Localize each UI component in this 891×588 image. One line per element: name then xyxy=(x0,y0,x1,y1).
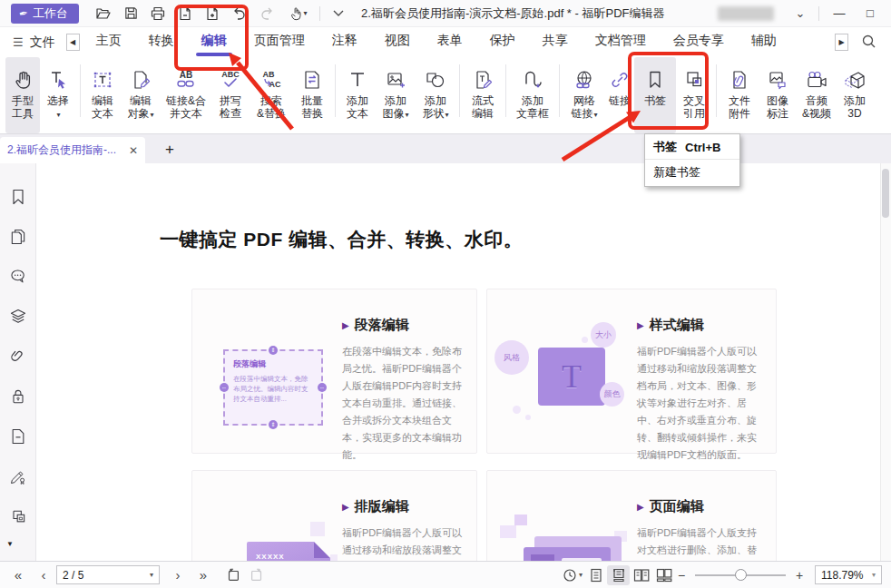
card-description: 福昕PDF编辑器个人版支持对文档进行删除、添加、替换、 xyxy=(637,524,764,561)
page-number-box[interactable]: 2 / 5 ▾ xyxy=(56,565,160,584)
workspace-button[interactable]: ✒ 工作台 xyxy=(11,4,79,24)
add-text-button[interactable]: 添加 文本 xyxy=(339,57,376,133)
bookmarks-panel-button[interactable] xyxy=(7,187,29,207)
document-tab-bar: 2.福昕会员使用指南-... ✕ + xyxy=(0,134,891,163)
layers-panel-button[interactable] xyxy=(7,307,29,327)
image-annotation-icon xyxy=(767,65,788,94)
svg-text:ABC: ABC xyxy=(221,70,240,79)
divider xyxy=(459,64,460,117)
zoom-out-button[interactable]: − xyxy=(675,568,688,583)
tab-share[interactable]: 共享 xyxy=(543,29,568,56)
file-attachment-button[interactable]: 文件 附件 xyxy=(720,57,759,133)
paragraph-edit-illustration: 段落编辑 在段落中编辑文本，免除布局之忧。编辑内容时支持文本自动重排... ⇕ … xyxy=(203,322,339,431)
tab-convert[interactable]: 转换 xyxy=(149,29,174,56)
single-page-view-button[interactable] xyxy=(584,565,607,585)
security-panel-button[interactable] xyxy=(7,387,29,407)
next-view-button[interactable] xyxy=(245,566,269,584)
reading-time-button[interactable]: ▾ xyxy=(561,566,584,584)
workspace-button-label: 工作台 xyxy=(33,5,68,22)
add-article-box-button[interactable]: 添加 文章框 xyxy=(510,57,555,133)
hand-tool-button[interactable]: 手型 工具 xyxy=(5,57,40,133)
vertical-scrollbar[interactable] xyxy=(880,163,891,561)
open-file-button[interactable] xyxy=(90,4,117,24)
audio-video-button[interactable]: 音频 &视频 xyxy=(797,57,837,133)
search-replace-button[interactable]: ABAC 搜索 &替换 xyxy=(250,57,293,133)
batch-replace-button[interactable]: 批量 替换 xyxy=(293,57,331,133)
signatures-panel-button[interactable] xyxy=(7,466,29,486)
tab-form[interactable]: 表单 xyxy=(437,29,463,56)
add-image-button[interactable]: 添加 图像▾ xyxy=(376,57,416,133)
pdf-page[interactable]: 一键搞定 PDF 编辑、合并、转换、水印。 段落编辑 在段落中编辑文本，免除布局… xyxy=(37,163,880,561)
zoom-slider[interactable] xyxy=(695,574,786,576)
edit-text-icon xyxy=(92,65,113,94)
dropdown-caret: ▾ xyxy=(405,111,408,119)
add-3d-button[interactable]: 添加 3D xyxy=(837,57,873,133)
facing-continuous-view-button[interactable] xyxy=(652,565,675,585)
bullet-triangle-icon: ▶ xyxy=(342,320,349,330)
status-bar: « ‹ 2 / 5 ▾ › » ▾ xyxy=(0,561,891,588)
file-menu[interactable]: ☰ 文件 xyxy=(13,34,55,51)
first-page-button[interactable]: « xyxy=(5,567,31,583)
tooltip-title: 书签 xyxy=(653,139,677,155)
last-page-button[interactable]: » xyxy=(191,567,216,583)
feature-card-page-edit: 页面 ▶页面编辑 福昕PDF编辑器个人版支持对文档进行删除、添加、替换、 xyxy=(486,470,777,561)
toolbar-collapse-button[interactable] xyxy=(325,4,352,24)
destinations-panel-button[interactable] xyxy=(7,426,29,446)
image-annotation-button[interactable]: 图像 标注 xyxy=(759,57,797,133)
web-link-button[interactable]: 网络 链接▾ xyxy=(563,57,605,133)
minimize-button[interactable]: — xyxy=(824,6,855,20)
edit-text-button[interactable]: 编辑 文本 xyxy=(84,57,121,133)
facing-view-button[interactable] xyxy=(630,565,652,585)
previous-page-button[interactable]: ‹ xyxy=(31,567,56,583)
new-tab-button[interactable]: + xyxy=(158,138,181,162)
printer-icon xyxy=(150,5,166,22)
zoom-slider-handle[interactable] xyxy=(735,569,747,581)
tooltip-menu-item[interactable]: 新建书签 xyxy=(645,160,739,186)
tooltip-shortcut: Ctrl+B xyxy=(685,141,720,154)
tab-view[interactable]: 视图 xyxy=(385,29,410,56)
tab-page-management[interactable]: 页面管理 xyxy=(254,29,305,56)
ribbon-scroll-left[interactable]: ◀ xyxy=(66,34,80,51)
edit-object-button[interactable]: 编辑 对象▾ xyxy=(121,57,161,133)
previous-view-button[interactable] xyxy=(221,566,245,584)
divider xyxy=(335,64,336,117)
annotation-rectangle-bookmark xyxy=(628,52,709,130)
attachments-panel-button[interactable] xyxy=(7,347,29,367)
next-page-button[interactable]: › xyxy=(165,567,191,583)
page-indicator: 2 / 5 xyxy=(63,569,83,582)
tab-accessibility[interactable]: 辅助 xyxy=(751,29,777,56)
continuous-view-button[interactable] xyxy=(607,565,630,585)
add-shapes-button[interactable]: 添加 形状▾ xyxy=(416,57,455,133)
svg-text:AB: AB xyxy=(180,70,192,80)
articles-panel-button[interactable] xyxy=(7,506,29,526)
card-description: 在段落中编辑文本，免除布局之忧。福昕PDF编辑器个人版在编辑PDF内容时支持文本… xyxy=(342,343,469,464)
select-tool-button[interactable]: 选择 ▾ xyxy=(40,57,76,133)
maximize-button[interactable]: □ xyxy=(855,6,886,20)
tab-home[interactable]: 主页 xyxy=(96,29,122,56)
scrollbar-thumb[interactable] xyxy=(882,169,889,218)
zoom-level-box[interactable]: 118.79% ▾ xyxy=(815,565,882,584)
close-tab-icon[interactable]: ✕ xyxy=(129,144,138,157)
page-thumbnails-panel-button[interactable] xyxy=(7,227,29,247)
redo-button[interactable] xyxy=(253,4,280,24)
save-button[interactable] xyxy=(117,4,144,24)
touch-mode-button[interactable]: ▾ xyxy=(280,4,315,24)
ribbon-scroll-right[interactable]: ▶ xyxy=(835,34,848,51)
card-title: 样式编辑 xyxy=(650,317,704,334)
file-attachment-icon xyxy=(729,65,750,94)
print-button[interactable] xyxy=(144,4,171,24)
chevron-down-icon xyxy=(332,9,345,18)
annotation-rectangle-edit-tab xyxy=(174,5,249,71)
more-panels-caret[interactable]: ▼ xyxy=(6,540,14,548)
document-tab[interactable]: 2.福昕会员使用指南-... ✕ xyxy=(0,137,145,163)
reflow-edit-button[interactable]: 流式 编辑 xyxy=(464,57,502,133)
tab-protect[interactable]: 保护 xyxy=(490,29,515,56)
hand-icon xyxy=(12,65,34,94)
search-button[interactable] xyxy=(861,34,876,52)
tab-comment[interactable]: 注释 xyxy=(332,29,357,56)
account-caret[interactable]: ⌄ xyxy=(787,6,814,20)
zoom-in-button[interactable]: + xyxy=(793,568,806,583)
card-title: 页面编辑 xyxy=(650,498,704,515)
dropdown-caret: ▾ xyxy=(593,111,597,119)
comments-panel-button[interactable] xyxy=(7,267,29,287)
